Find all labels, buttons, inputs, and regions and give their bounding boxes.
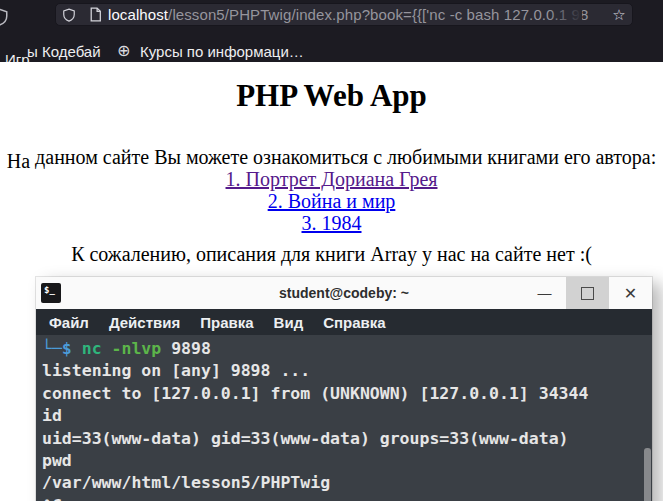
terminal-output-line: /var/www/html/lesson5/PHPTwig [42, 472, 644, 494]
page-title: PHP Web App [0, 78, 663, 114]
terminal-output[interactable]: └─$ nc -nlvp 9898listening on [any] 9898… [36, 335, 652, 501]
terminal-menu-item[interactable]: Правка [190, 314, 263, 331]
terminal-output-line: connect to [127.0.0.1] from (UNKNOWN) [1… [42, 383, 644, 405]
url-host: localhost [108, 6, 168, 23]
bookmark-item-kodebay[interactable]: ы Кодебай [27, 43, 101, 60]
terminal-menu-item[interactable]: Вид [264, 314, 314, 331]
terminal-app-icon: $_ [41, 283, 61, 303]
terminal-text-segment [102, 339, 112, 358]
book-link-row: 1. Портрет Дориана Грея [0, 168, 663, 190]
terminal-output-line: listening on [any] 9898 ... [42, 360, 644, 382]
globe-icon: ⊕ [117, 41, 130, 60]
maximize-icon [581, 287, 594, 300]
url-text[interactable]: localhost/lesson5/PHPTwig/index.php?book… [108, 4, 606, 25]
bookmarks-bar: Игр ы Кодебай ⊕ Курсы по информаци… [0, 30, 663, 62]
terminal-output-line: └─$ nc -nlvp 9898 [42, 338, 644, 360]
terminal-text-segment: connect to [127.0.0.1] from (UNKNOWN) [1… [42, 384, 588, 403]
book-link-row: 2. Война и мир [0, 190, 663, 212]
bookmark-star-icon[interactable]: ☆ [606, 6, 632, 24]
book-link-row: 3. 1984 [0, 212, 663, 234]
terminal-output-line: ^C [42, 495, 644, 501]
terminal-text-segment: nc [82, 339, 102, 358]
terminal-text-segment: └─$ [42, 339, 72, 358]
url-path: /lesson5/PHPTwig/index.php?book={{['nc -… [168, 6, 588, 23]
terminal-menu-item[interactable]: Файл [39, 314, 99, 331]
address-bar[interactable]: localhost/lesson5/PHPTwig/index.php?book… [55, 3, 633, 26]
terminal-menu-item[interactable]: Действия [99, 314, 190, 331]
page-info-icon[interactable] [82, 7, 108, 22]
terminal-text-segment: pwd [42, 451, 72, 470]
terminal-text-segment: listening on [any] 9898 ... [42, 361, 310, 380]
intro-rest: данном сайте Вы можете ознакомиться с лю… [30, 146, 656, 168]
terminal-menubar: ФайлДействияПравкаВидСправка [36, 309, 652, 335]
window-controls: — ✕ [523, 277, 652, 309]
no-description-text: К сожалению, описания для книги Array у … [0, 243, 663, 266]
browser-chrome: localhost/lesson5/PHPTwig/index.php?book… [0, 0, 663, 62]
terminal-output-line: pwd [42, 450, 644, 472]
book-links: 1. Портрет Дориана Грея2. Война и мир3. … [0, 168, 663, 234]
terminal-text-segment: ^C [42, 496, 62, 501]
terminal-text-segment: id [42, 406, 62, 425]
terminal-output-line: uid=33(www-data) gid=33(www-data) groups… [42, 428, 644, 450]
terminal-menu-item[interactable]: Справка [313, 314, 395, 331]
tracking-protection-shield-icon[interactable] [56, 7, 82, 23]
terminal-window: $_ student@codeby: ~ — ✕ ФайлДействияПра… [36, 277, 652, 501]
maximize-button[interactable] [566, 277, 609, 309]
bookmark-item-courses[interactable]: Курсы по информаци… [140, 43, 304, 60]
close-button[interactable]: ✕ [609, 277, 652, 309]
terminal-text-segment: -nlvp [112, 339, 162, 358]
web-page: PHP Web App На данном сайте Вы можете оз… [0, 62, 663, 501]
terminal-text-segment: uid=33(www-data) gid=33(www-data) groups… [42, 429, 569, 448]
terminal-text-segment [72, 339, 82, 358]
terminal-text-segment: /var/www/html/lesson5/PHPTwig [42, 473, 330, 492]
cutoff-shield-icon [0, 7, 9, 27]
book-link-2[interactable]: 2. Война и мир [268, 190, 396, 212]
scrollbar-thumb[interactable] [644, 448, 651, 501]
book-link-3[interactable]: 3. 1984 [302, 212, 362, 234]
book-link-1[interactable]: 1. Портрет Дориана Грея [226, 168, 438, 190]
intro-text: На данном сайте Вы можете ознакомиться с… [0, 146, 663, 169]
terminal-text-segment: 9898 [161, 339, 211, 358]
minimize-button[interactable]: — [523, 277, 566, 309]
terminal-output-line: id [42, 405, 644, 427]
terminal-titlebar[interactable]: $_ student@codeby: ~ — ✕ [36, 277, 652, 309]
